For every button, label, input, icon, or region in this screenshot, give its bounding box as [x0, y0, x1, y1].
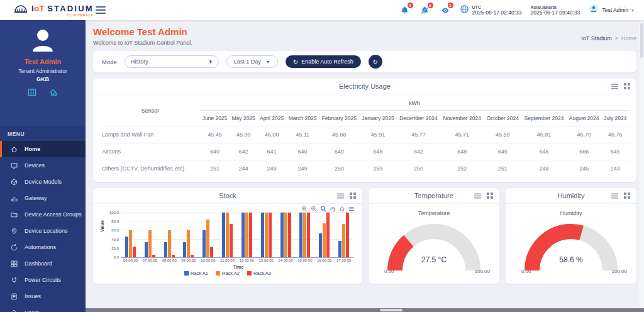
sidebar-item-label: Device Locations: [25, 228, 68, 234]
sensor-column-header: Sensor: [101, 96, 200, 126]
bar-rack-a3: [326, 213, 330, 257]
gauge-max-label: 100.00: [612, 269, 627, 274]
card-menu-icon[interactable]: [474, 193, 481, 199]
humidity-card: Humidity: [506, 188, 636, 284]
x-tick-label: 12:00:00: [240, 257, 254, 262]
horizontal-scrollbar-thumb[interactable]: [380, 309, 402, 311]
horizontal-scrollbar[interactable]: [86, 308, 644, 312]
legend-swatch: [247, 271, 252, 276]
mode-select[interactable]: History ▲▼: [125, 55, 219, 68]
expand-icon[interactable]: [624, 83, 630, 89]
usage-value: 45.91: [359, 126, 397, 143]
expand-icon[interactable]: [487, 192, 493, 199]
bar-group: 15:00:00: [295, 213, 314, 257]
sidebar-item-device-locations[interactable]: Device Locations: [0, 223, 86, 239]
breadcrumb-current-link[interactable]: Home: [621, 35, 636, 42]
home-icon: [10, 145, 19, 153]
legend-item[interactable]: Rack A2: [216, 270, 240, 276]
sidebar-item-devices[interactable]: Devices: [0, 157, 86, 174]
filter-toolbar: Mode History ▲▼ Last 1 Day ▼ ↻ Enable Au…: [93, 51, 636, 72]
usage-value: 45.77: [397, 126, 440, 143]
table-row: Others (CCTV, Dehumidifier, etc)25124424…: [101, 160, 629, 177]
refresh-button[interactable]: ↻: [369, 55, 382, 69]
breadcrumb-root-link[interactable]: IoT Stadium: [581, 35, 611, 42]
menu-section-label: MENU: [0, 126, 86, 141]
legend-swatch: [184, 271, 189, 276]
issues-doc-icon: [10, 292, 19, 301]
electricity-usage-card: Electricity Usage Sensor kWh: [93, 79, 636, 182]
bar-rack-a3: [346, 213, 349, 257]
bar-group: 09:00:00: [179, 213, 198, 257]
pan-icon[interactable]: [330, 206, 336, 212]
month-column-header: March 2025: [286, 111, 319, 126]
enable-auto-refresh-button[interactable]: ↻ Enable Auto Refresh: [286, 55, 361, 68]
bar-group: 13:00:00: [257, 213, 276, 257]
card-title: Temperature: [414, 192, 453, 199]
month-column-header: February 2025: [319, 111, 359, 126]
legend-item[interactable]: Rack A3: [247, 270, 271, 276]
zoom-select-icon[interactable]: [320, 206, 326, 212]
watch-eye-button[interactable]: 3: [440, 4, 451, 16]
temperature-card: Temperature: [369, 188, 499, 284]
sidebar-item-device-models[interactable]: Device Models: [0, 174, 86, 190]
expand-icon[interactable]: [624, 192, 630, 199]
bar-rack-a2: [284, 213, 287, 257]
clock-jakarta: Asia/Jakarta 2025-06-17 09:40:33: [530, 5, 580, 16]
bar-group: 10:00:00: [198, 213, 218, 257]
profile-org: GKB: [0, 76, 86, 82]
home-icon[interactable]: [339, 206, 345, 212]
main-content: Welcome Test Admin Welcome to IoT Stadiu…: [86, 20, 644, 312]
usage-value: 245: [567, 160, 602, 177]
x-tick-label: 17:00:00: [336, 257, 351, 262]
mode-select-value: History: [131, 58, 148, 65]
zoom-in-icon[interactable]: [301, 206, 308, 212]
brand-logo[interactable]: IoT STADIUM by WOWRACK: [0, 3, 88, 17]
sidebar-toggle-icon[interactable]: [96, 4, 106, 16]
usage-value: 45.71: [440, 126, 484, 143]
usage-value: 645: [601, 143, 629, 160]
sidebar-item-label: Device Access Groups: [25, 211, 82, 218]
sidebar-item-dashboard[interactable]: Dashboard: [0, 255, 86, 272]
watch-count-badge: 3: [448, 3, 453, 8]
usage-value: 666: [567, 143, 602, 160]
card-menu-icon[interactable]: [337, 193, 344, 199]
user-menu[interactable]: Test Admin ▾: [589, 4, 634, 16]
alerts-bell-button[interactable]: 0: [419, 4, 431, 16]
app-window: IoT STADIUM by WOWRACK 0 0 3: [0, 0, 644, 312]
bar-rack-a1: [222, 213, 225, 257]
bar-rack-a2: [323, 223, 326, 257]
vertical-scrollbar-thumb[interactable]: [640, 23, 643, 58]
profile-name: Test Admin: [0, 58, 86, 65]
bar-rack-a1: [183, 242, 186, 257]
month-column-header: January 2025: [359, 111, 397, 126]
usage-value: 251: [200, 160, 230, 177]
globe-clock-icon: [460, 4, 469, 16]
zoom-out-icon[interactable]: [311, 206, 317, 212]
columns-icon[interactable]: [27, 87, 37, 100]
sidebar-item-home[interactable]: Home: [0, 141, 86, 157]
sidebar-item-automations[interactable]: Automations: [0, 239, 86, 255]
card-title: Stock: [219, 192, 236, 199]
expand-icon[interactable]: [350, 192, 356, 199]
y-tick-label: 0.0: [103, 255, 119, 259]
time-range-select[interactable]: Last 1 Day ▼: [226, 55, 278, 68]
legend-item[interactable]: Rack A1: [184, 270, 208, 276]
sidebar-item-label: Device Models: [25, 179, 62, 185]
sidebar-item-issues[interactable]: Issues: [0, 288, 86, 304]
notifications-bell-button[interactable]: 0: [399, 4, 411, 16]
sidebar-item-power-circuits[interactable]: Power Circuits: [0, 272, 86, 288]
bar-rack-a2: [168, 230, 171, 257]
home-sync-icon[interactable]: [48, 87, 58, 100]
usage-value: 244: [230, 160, 257, 177]
bar-rack-a1: [299, 213, 303, 257]
vertical-scrollbar[interactable]: [639, 20, 644, 308]
sidebar-item-device-access-groups[interactable]: Device Access Groups: [0, 206, 86, 223]
updown-arrows-icon: ▲▼: [209, 60, 213, 64]
sidebar-item-gateway[interactable]: Gateway: [0, 190, 86, 206]
menu-icon[interactable]: [348, 206, 355, 212]
sidebar-item-label: Power Circuits: [25, 277, 61, 283]
sidebar-item-users[interactable]: Users: [0, 304, 86, 312]
usage-value: 45.11: [286, 126, 319, 143]
card-menu-icon[interactable]: [611, 193, 618, 199]
card-menu-icon[interactable]: [611, 84, 618, 89]
